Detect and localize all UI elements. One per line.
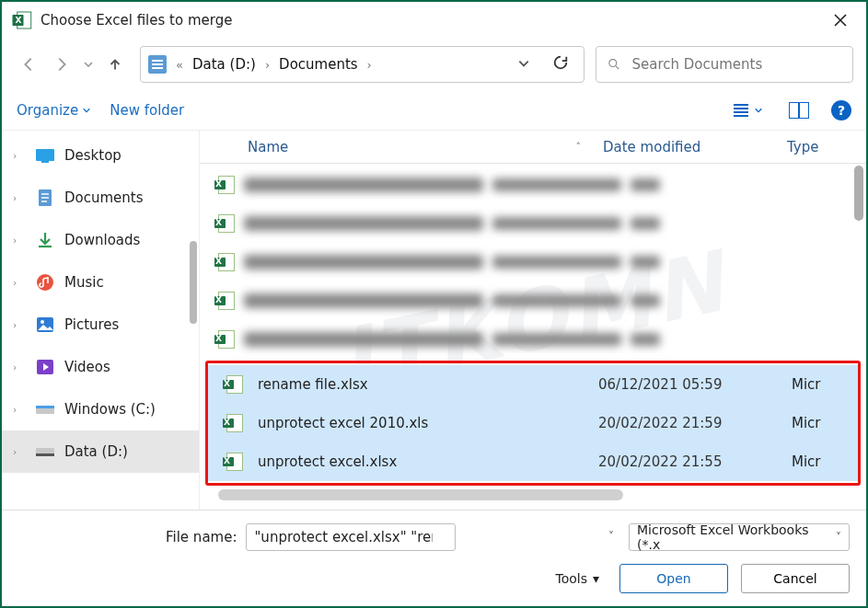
file-type-filter[interactable]: Microsoft Excel Workbooks (*.x ˅ — [629, 523, 850, 551]
chevron-right-icon: › — [13, 150, 26, 162]
column-date[interactable]: Date modified — [603, 139, 787, 155]
file-row[interactable]: unprotect excel 2010.xls 20/02/2022 21:5… — [208, 404, 858, 442]
sidebar-item-desktop[interactable]: › Desktop — [2, 134, 199, 177]
file-type: Micr — [792, 376, 839, 393]
sidebar-item-windows-c[interactable]: › Windows (C:) — [2, 388, 199, 430]
file-pane-scrollbar[interactable] — [854, 166, 863, 221]
file-row-blurred[interactable] — [200, 166, 866, 204]
sidebar-item-pictures[interactable]: › Pictures — [2, 304, 199, 346]
chevron-right-icon: › — [13, 235, 26, 247]
sidebar-item-label: Desktop — [64, 147, 122, 164]
sidebar-item-downloads[interactable]: › Downloads — [2, 219, 199, 261]
sidebar-item-label: Windows (C:) — [64, 401, 156, 418]
view-menu[interactable] — [728, 99, 767, 121]
file-row[interactable]: rename file.xlsx 06/12/2021 05:59 Micr — [208, 365, 858, 404]
excel-file-icon — [226, 375, 243, 394]
organize-menu[interactable]: Organize — [17, 102, 91, 119]
close-icon — [834, 14, 847, 27]
file-pane: ITKOMN Name ˄ Date modified Type ren — [200, 131, 866, 510]
search-box[interactable] — [596, 46, 853, 83]
svg-rect-4 — [36, 149, 54, 161]
filename-input[interactable] — [246, 523, 456, 551]
chevron-right-icon: › — [365, 58, 374, 72]
forward-button[interactable] — [48, 51, 75, 78]
cancel-button[interactable]: Cancel — [741, 564, 850, 593]
excel-file-icon — [226, 414, 243, 432]
svg-text:X: X — [16, 16, 22, 25]
sidebar-item-label: Downloads — [64, 232, 140, 248]
svg-point-3 — [609, 60, 617, 67]
toolbar: « Data (D:) › Documents › — [2, 39, 866, 90]
videos-icon — [35, 357, 55, 377]
drive-c-icon — [35, 399, 55, 419]
up-button[interactable] — [101, 51, 129, 78]
search-input[interactable] — [630, 55, 841, 74]
breadcrumb-seg-1[interactable]: Documents — [279, 56, 358, 73]
chevron-down-icon — [82, 106, 91, 115]
address-dropdown[interactable] — [510, 52, 538, 77]
history-dropdown[interactable] — [81, 51, 96, 78]
sidebar-scrollbar[interactable] — [190, 241, 197, 324]
tools-label: Tools — [555, 571, 587, 586]
file-list[interactable]: rename file.xlsx 06/12/2021 05:59 Micr u… — [200, 164, 866, 510]
file-row[interactable]: unprotect excel.xlsx 20/02/2022 21:55 Mi… — [208, 442, 858, 481]
chevron-right-icon: › — [13, 446, 26, 458]
excel-file-icon — [218, 253, 235, 271]
sidebar-item-data-d[interactable]: › Data (D:) — [2, 430, 199, 473]
file-row-blurred[interactable] — [200, 243, 866, 281]
sidebar: › Desktop › Documents › Downloads — [2, 131, 200, 510]
excel-file-icon — [226, 453, 243, 471]
file-row-blurred[interactable] — [200, 320, 866, 359]
new-folder-button[interactable]: New folder — [110, 102, 184, 119]
preview-pane-button[interactable] — [785, 98, 813, 122]
file-name: unprotect excel.xlsx — [252, 453, 589, 470]
svg-point-9 — [41, 320, 44, 324]
tools-menu[interactable]: Tools ▾ — [555, 571, 599, 586]
pane-icon — [789, 102, 809, 119]
chevron-down-icon: ˅ — [836, 531, 841, 544]
file-date: 20/02/2022 21:59 — [598, 415, 782, 431]
svg-point-7 — [37, 274, 53, 291]
svg-rect-12 — [36, 406, 54, 408]
address-bar[interactable]: « Data (D:) › Documents › — [140, 46, 584, 83]
sidebar-item-label: Music — [64, 274, 104, 291]
music-icon — [35, 272, 55, 293]
chevron-down-icon — [754, 106, 763, 115]
horizontal-scrollbar[interactable] — [218, 489, 623, 500]
sidebar-item-label: Data (D:) — [64, 443, 128, 460]
breadcrumb-seg-0[interactable]: Data (D:) — [192, 56, 256, 73]
column-headers: Name ˄ Date modified Type — [200, 131, 866, 164]
file-dialog: X Choose Excel files to merge — [0, 0, 868, 608]
column-name[interactable]: Name — [224, 139, 576, 155]
excel-file-icon — [218, 176, 235, 194]
help-button[interactable]: ? — [831, 100, 851, 120]
list-view-icon — [732, 103, 750, 118]
open-button[interactable]: Open — [619, 564, 728, 593]
selection-highlight-box: rename file.xlsx 06/12/2021 05:59 Micr u… — [205, 361, 861, 486]
chevron-right-icon: › — [13, 192, 26, 204]
sidebar-item-videos[interactable]: › Videos — [2, 346, 199, 388]
chevron-right-icon: › — [13, 277, 26, 289]
svg-rect-14 — [36, 453, 54, 456]
sidebar-item-documents[interactable]: › Documents — [2, 177, 199, 219]
column-type[interactable]: Type — [787, 139, 842, 155]
file-row-blurred[interactable] — [200, 204, 866, 243]
excel-file-icon — [218, 330, 235, 349]
chevron-right-icon: › — [13, 319, 26, 331]
refresh-button[interactable] — [545, 51, 576, 78]
title-bar: X Choose Excel files to merge — [2, 2, 866, 39]
file-row-blurred[interactable] — [200, 281, 866, 320]
downloads-icon — [35, 230, 55, 250]
sidebar-item-music[interactable]: › Music — [2, 261, 199, 304]
sort-indicator-icon: ˄ — [576, 141, 582, 153]
file-date: 20/02/2022 21:55 — [598, 453, 782, 470]
filename-dropdown[interactable]: ˅ — [608, 530, 614, 543]
close-button[interactable] — [824, 4, 857, 37]
dialog-footer: File name: ˅ Microsoft Excel Workbooks (… — [2, 510, 866, 606]
back-button[interactable] — [15, 51, 42, 78]
excel-app-icon: X — [11, 9, 33, 31]
filename-row: File name: ˅ Microsoft Excel Workbooks (… — [18, 523, 850, 551]
documents-icon — [35, 188, 55, 208]
sidebar-item-label: Documents — [64, 189, 144, 206]
button-row: Tools ▾ Open Cancel — [18, 564, 850, 593]
